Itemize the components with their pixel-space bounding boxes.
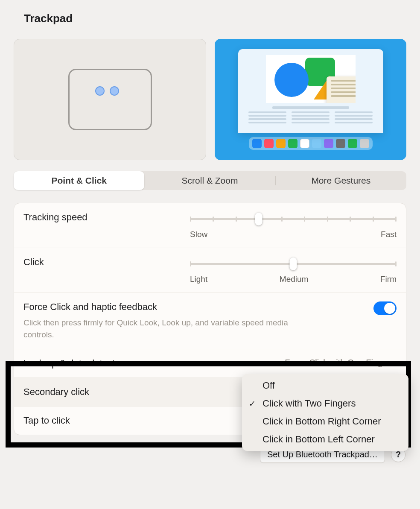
click-medium-label: Medium [280,275,309,284]
force-click-description: Click then press firmly for Quick Look, … [23,317,297,340]
force-click-label: Force Click and haptic feedback [23,301,373,313]
row-force-click: Force Click and haptic feedback Click th… [14,293,406,349]
secondary-click-menu[interactable]: OffClick with Two Fingers✓Click in Botto… [242,374,408,451]
context-menu-icon [327,76,356,103]
menu-item[interactable]: Off [242,377,408,395]
trackpad-preview-panel [14,39,206,160]
demo-window-icon: ➤ [238,49,383,133]
tracking-speed-min-label: Slow [190,230,207,239]
preview-row: ➤ [0,25,420,160]
tracking-speed-label: Tracking speed [23,212,190,223]
row-lookup[interactable]: Look up & data detectors Force Click wit… [14,349,406,377]
tab-scroll-and-zoom[interactable]: Scroll & Zoom [144,171,275,190]
click-label: Click [23,257,190,268]
click-light-label: Light [190,275,207,284]
finger-dot-icon [110,86,119,96]
menu-item[interactable]: Click with Two Fingers✓ [242,395,408,412]
settings-card: Tracking speed Slow Fast Click Light Med… [14,203,406,435]
checkmark-icon: ✓ [249,399,256,409]
tab-point-and-click[interactable]: Point & Click [14,171,144,190]
finger-dot-icon [95,86,105,96]
lookup-label: Look up & data detectors [23,358,285,369]
menu-item[interactable]: Click in Bottom Right Corner [242,412,408,430]
row-click: Click Light Medium Firm [14,248,406,293]
dock-icon [249,137,373,150]
gesture-demo-panel: ➤ [215,39,406,160]
row-tracking-speed: Tracking speed Slow Fast [14,203,406,248]
chevron-up-down-icon: ▴▾ [394,360,397,366]
click-slider[interactable] [190,259,397,269]
lookup-value[interactable]: Force Click with One Finger ▴▾ [285,358,397,368]
force-click-toggle[interactable] [373,301,397,315]
page-title: Trackpad [0,0,420,25]
tracking-speed-slider[interactable] [190,214,397,224]
menu-item[interactable]: Click in Bottom Left Corner [242,430,408,448]
click-firm-label: Firm [380,275,397,284]
tracking-speed-max-label: Fast [381,230,397,239]
tab-more-gestures[interactable]: More Gestures [276,171,406,190]
tabs: Point & Click Scroll & Zoom More Gesture… [14,171,406,190]
trackpad-outline-icon [68,69,152,130]
